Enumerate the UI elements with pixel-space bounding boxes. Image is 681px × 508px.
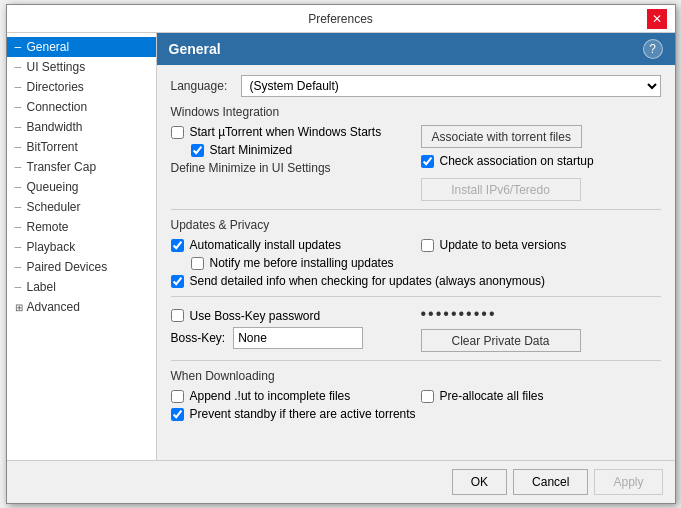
sidebar-item-connection[interactable]: Connection [7, 97, 156, 117]
auto-install-label: Automatically install updates [190, 238, 341, 252]
associate-torrent-button[interactable]: Associate with torrent files [421, 125, 582, 148]
pre-allocate-row: Pre-allocate all files [421, 389, 544, 403]
separator-2 [171, 296, 661, 297]
downloading-left: Append .!ut to incomplete files [171, 389, 411, 407]
notify-before-label: Notify me before installing updates [210, 256, 394, 270]
preferences-dialog: Preferences ✕ General UI Settings Direct… [6, 4, 676, 504]
language-row: Language: (System Default) [171, 75, 661, 97]
sidebar-item-queueing[interactable]: Queueing [7, 177, 156, 197]
prevent-standby-label: Prevent standby if there are active torr… [190, 407, 416, 421]
define-minimize-text: Define Minimize in UI Settings [171, 161, 411, 175]
pre-allocate-label: Pre-allocate all files [440, 389, 544, 403]
boss-key-label: Boss-Key: [171, 331, 226, 345]
sidebar-item-scheduler[interactable]: Scheduler [7, 197, 156, 217]
language-select[interactable]: (System Default) [241, 75, 661, 97]
install-ipv6-button[interactable]: Install IPv6/Teredo [421, 178, 581, 201]
password-dots: •••••••••• [421, 305, 497, 323]
sidebar-item-bandwidth[interactable]: Bandwidth [7, 117, 156, 137]
separator-3 [171, 360, 661, 361]
separator-1 [171, 209, 661, 210]
cancel-button[interactable]: Cancel [513, 469, 588, 495]
start-utorrent-row: Start µTorrent when Windows Starts [171, 125, 411, 139]
check-association-checkbox[interactable] [421, 155, 434, 168]
update-beta-checkbox[interactable] [421, 239, 434, 252]
use-password-label: Use Boss-Key password [190, 309, 321, 323]
boss-key-left: Use Boss-Key password Boss-Key: [171, 309, 411, 349]
check-association-row: Check association on startup [421, 154, 594, 168]
pre-allocate-checkbox[interactable] [421, 390, 434, 403]
downloading-right: Pre-allocate all files [421, 389, 661, 407]
close-button[interactable]: ✕ [647, 9, 667, 29]
append-ut-checkbox[interactable] [171, 390, 184, 403]
content-title: General [169, 41, 221, 57]
start-utorrent-label: Start µTorrent when Windows Starts [190, 125, 382, 139]
sidebar-item-remote[interactable]: Remote [7, 217, 156, 237]
windows-integration-section: Start µTorrent when Windows Starts Start… [171, 125, 661, 201]
updates-right: Update to beta versions [421, 238, 661, 274]
sidebar-item-bittorrent[interactable]: BitTorrent [7, 137, 156, 157]
use-password-checkbox[interactable] [171, 309, 184, 322]
downloading-title: When Downloading [171, 369, 661, 383]
use-password-row: Use Boss-Key password [171, 309, 411, 323]
content-area: General ? Language: (System Default) Win… [157, 33, 675, 460]
append-ut-label: Append .!ut to incomplete files [190, 389, 351, 403]
start-minimized-label: Start Minimized [210, 143, 293, 157]
notify-before-checkbox[interactable] [191, 257, 204, 270]
prevent-standby-row: Prevent standby if there are active torr… [171, 407, 661, 421]
language-label: Language: [171, 79, 241, 93]
windows-integration-title: Windows Integration [171, 105, 661, 119]
downloading-section: Append .!ut to incomplete files Pre-allo… [171, 389, 661, 407]
boss-key-section: Use Boss-Key password Boss-Key: ••••••••… [171, 305, 661, 352]
boss-key-right: •••••••••• Clear Private Data [421, 305, 661, 352]
send-detailed-row: Send detailed info when checking for upd… [171, 274, 661, 288]
boss-key-row: Boss-Key: [171, 327, 411, 349]
check-association-label: Check association on startup [440, 154, 594, 168]
win-int-left: Start µTorrent when Windows Starts Start… [171, 125, 411, 201]
prevent-standby-checkbox[interactable] [171, 408, 184, 421]
title-bar: Preferences ✕ [7, 5, 675, 33]
start-minimized-row: Start Minimized [191, 143, 411, 157]
dialog-body: General UI Settings Directories Connecti… [7, 33, 675, 460]
dialog-footer: OK Cancel Apply [7, 460, 675, 503]
auto-install-row: Automatically install updates [171, 238, 411, 252]
update-beta-label: Update to beta versions [440, 238, 567, 252]
dialog-title: Preferences [35, 12, 647, 26]
send-detailed-checkbox[interactable] [171, 275, 184, 288]
clear-private-data-button[interactable]: Clear Private Data [421, 329, 581, 352]
updates-left: Automatically install updates Notify me … [171, 238, 411, 274]
ok-button[interactable]: OK [452, 469, 507, 495]
append-ut-row: Append .!ut to incomplete files [171, 389, 411, 403]
send-detailed-label: Send detailed info when checking for upd… [190, 274, 546, 288]
auto-install-checkbox[interactable] [171, 239, 184, 252]
sidebar: General UI Settings Directories Connecti… [7, 33, 157, 460]
sidebar-item-general[interactable]: General [7, 37, 156, 57]
apply-button[interactable]: Apply [594, 469, 662, 495]
win-int-right: Associate with torrent files Check assoc… [421, 125, 661, 201]
sidebar-item-playback[interactable]: Playback [7, 237, 156, 257]
notify-before-row: Notify me before installing updates [191, 256, 411, 270]
help-button[interactable]: ? [643, 39, 663, 59]
content-header: General ? [157, 33, 675, 65]
sidebar-item-advanced[interactable]: Advanced [7, 297, 156, 317]
start-minimized-checkbox[interactable] [191, 144, 204, 157]
sidebar-item-paired-devices[interactable]: Paired Devices [7, 257, 156, 277]
sidebar-item-label[interactable]: Label [7, 277, 156, 297]
sidebar-item-directories[interactable]: Directories [7, 77, 156, 97]
sidebar-item-ui-settings[interactable]: UI Settings [7, 57, 156, 77]
update-beta-row: Update to beta versions [421, 238, 567, 252]
updates-privacy-title: Updates & Privacy [171, 218, 661, 232]
start-utorrent-checkbox[interactable] [171, 126, 184, 139]
boss-key-input[interactable] [233, 327, 363, 349]
updates-privacy-section: Automatically install updates Notify me … [171, 238, 661, 274]
content-body: Language: (System Default) Windows Integ… [157, 65, 675, 460]
sidebar-item-transfer-cap[interactable]: Transfer Cap [7, 157, 156, 177]
